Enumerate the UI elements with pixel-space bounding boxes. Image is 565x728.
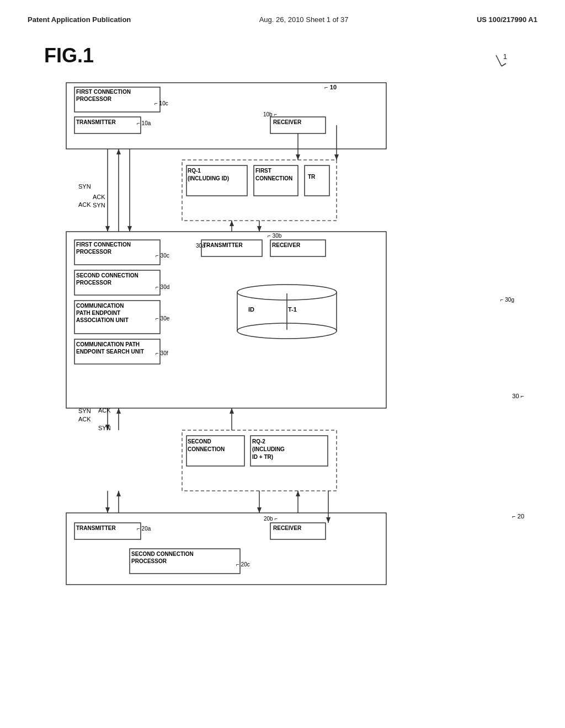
tr-label: TR bbox=[308, 174, 315, 180]
svg-marker-49 bbox=[296, 491, 300, 496]
svg-marker-43 bbox=[105, 507, 110, 513]
db-id-label: ID bbox=[248, 306, 254, 313]
header-right: US 100/217990 A1 bbox=[477, 15, 537, 24]
box-30-ref: 30 ⌐ bbox=[512, 393, 524, 399]
syn-label-bottom: SYN bbox=[98, 425, 111, 431]
ref-20a: ⌐ 20a bbox=[137, 526, 151, 532]
receiver-20-label: RECEIVER bbox=[273, 525, 301, 531]
ref-30g: ⌐ 30g bbox=[500, 297, 514, 303]
receiver-30-label: RECEIVER bbox=[272, 242, 300, 248]
diagram: ⌐ 10 FIRST CONNECTIONPROCESSOR ⌐ 10c TRA… bbox=[33, 77, 530, 684]
first-conn-proc-10-label: FIRST CONNECTIONPROCESSOR bbox=[76, 88, 131, 103]
ack-label-top: ACK bbox=[78, 201, 91, 208]
svg-marker-45 bbox=[116, 491, 121, 496]
ref-1-label: 1 bbox=[503, 52, 507, 61]
svg-marker-51 bbox=[334, 154, 339, 160]
transmitter-20-label: TRANSMITTER bbox=[76, 525, 116, 531]
page: Patent Application Publication Aug. 26, … bbox=[0, 0, 565, 728]
first-conn-proc-30-label: FIRST CONNECTIONPROCESSOR bbox=[76, 241, 131, 255]
svg-marker-35 bbox=[257, 226, 262, 232]
svg-line-0 bbox=[496, 55, 502, 66]
ref-30e: ⌐ 30e bbox=[156, 315, 169, 322]
syn-label-top: SYN bbox=[78, 183, 91, 190]
box-10-ref: ⌐ 10 bbox=[322, 82, 339, 93]
ref-30f: ⌐ 30f bbox=[156, 350, 168, 356]
second-conn-dashed-label: SECONDCONNECTION bbox=[188, 438, 225, 453]
ack-syn-label: ACKSYN bbox=[93, 193, 105, 210]
svg-marker-33 bbox=[127, 226, 132, 232]
svg-marker-37 bbox=[296, 154, 300, 160]
rq1-label: RQ-1(INCLUDING ID) bbox=[188, 167, 229, 183]
box-20-ref: ⌐ 20 bbox=[512, 513, 524, 520]
transmitter-10-label: TRANSMITTER bbox=[76, 119, 116, 125]
first-conn-dashed-label: FIRSTCONNECTION bbox=[255, 167, 292, 183]
svg-marker-41 bbox=[116, 408, 121, 414]
header-left: Patent Application Publication bbox=[28, 15, 131, 24]
svg-marker-31 bbox=[116, 149, 121, 154]
ack-label-bottom: ACK bbox=[98, 407, 111, 414]
page-header: Patent Application Publication Aug. 26, … bbox=[0, 0, 565, 24]
second-conn-proc-30-label: SECOND CONNECTIONPROCESSOR bbox=[76, 272, 138, 286]
receiver-10-label: RECEIVER bbox=[273, 119, 301, 125]
db-t1-label: T-1 bbox=[288, 306, 297, 313]
ref-10a: ⌐ 10a bbox=[137, 120, 151, 126]
syn-ack-label-bottom: SYNACK bbox=[78, 407, 91, 424]
ref-30a: 30a ⌐ bbox=[196, 243, 210, 249]
rq2-label: RQ-2(INCLUDINGID + TR) bbox=[252, 438, 285, 461]
svg-marker-55 bbox=[230, 221, 234, 226]
svg-marker-57 bbox=[230, 408, 234, 414]
svg-rect-9 bbox=[305, 165, 329, 196]
svg-line-1 bbox=[502, 63, 506, 66]
comm-path-search-label: COMMUNICATION PATHENDPOINT SEARCH UNIT bbox=[76, 341, 144, 355]
ref-30c: ⌐ 30c bbox=[156, 253, 169, 259]
ref-20b-label: 20b ⌐ bbox=[264, 516, 278, 522]
ref-10c: ⌐ 10c bbox=[154, 100, 168, 106]
second-conn-proc-20-label: SECOND CONNECTIONPROCESSOR bbox=[131, 550, 194, 565]
ref-30d: ⌐ 30d bbox=[156, 284, 169, 290]
comm-path-assoc-label: COMMUNICATIONPATH ENDPOINTASSOCIATION UN… bbox=[76, 302, 129, 324]
svg-marker-47 bbox=[257, 507, 262, 513]
svg-marker-29 bbox=[105, 226, 110, 232]
ref-10b: 10b ⌐ bbox=[263, 111, 277, 117]
ref-20c: ⌐ 20c bbox=[236, 561, 250, 568]
header-center: Aug. 26, 2010 Sheet 1 of 37 bbox=[259, 15, 349, 24]
ref-1: 1 bbox=[485, 52, 507, 73]
figure-label: FIG.1 bbox=[44, 44, 94, 67]
ref-30b: ⌐ 30b bbox=[268, 233, 281, 239]
